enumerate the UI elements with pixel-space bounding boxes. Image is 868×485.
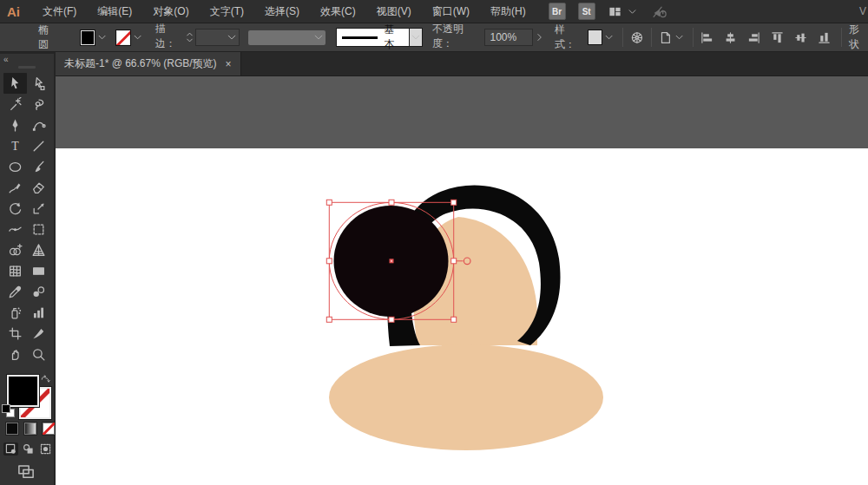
document-tab-strip: 未标题-1* @ 66.67% (RGB/预览) ×	[56, 52, 868, 76]
stroke-weight-dropdown[interactable]	[195, 29, 239, 46]
fill-proxy-swatch[interactable]	[7, 375, 39, 407]
pen-tool[interactable]	[3, 115, 27, 135]
pen-tool-icon	[8, 118, 23, 133]
shaper-tool[interactable]	[3, 177, 27, 198]
canvas-area[interactable]	[56, 76, 868, 485]
column-graph-tool-icon	[31, 305, 46, 320]
selection-handle[interactable]	[451, 200, 457, 205]
none-button[interactable]	[42, 422, 56, 436]
type-tool[interactable]: T	[3, 135, 27, 156]
draw-inside-button[interactable]	[38, 442, 53, 456]
change-screen-mode-icon[interactable]	[16, 462, 36, 479]
fill-color-swatch[interactable]	[80, 29, 95, 46]
stroke-chevron-icon[interactable]	[133, 32, 142, 43]
blend-tool[interactable]	[27, 281, 50, 302]
gradient-tool[interactable]	[27, 260, 50, 281]
perspective-grid-tool[interactable]	[27, 239, 50, 260]
menu-item-6[interactable]: 效果(C)	[310, 0, 366, 23]
draw-behind-button[interactable]	[21, 442, 36, 456]
document-setup-icon[interactable]	[659, 30, 673, 45]
width-tool[interactable]	[3, 219, 27, 239]
shape-builder-tool[interactable]	[3, 239, 27, 260]
vertical-align-top-icon[interactable]	[771, 31, 784, 44]
eyedropper-tool[interactable]	[3, 281, 27, 302]
gradient-button[interactable]	[23, 422, 37, 436]
horizontal-align-right-icon[interactable]	[747, 31, 760, 44]
bridge-button[interactable]: Br	[549, 3, 566, 20]
ellipse-tool[interactable]	[3, 156, 27, 177]
selection-handle[interactable]	[451, 317, 457, 322]
type-tool-icon: T	[8, 139, 23, 154]
free-transform-tool[interactable]	[27, 219, 50, 239]
lasso-tool[interactable]	[27, 94, 50, 115]
mesh-tool[interactable]	[3, 260, 27, 281]
tab-close-icon[interactable]: ×	[226, 58, 232, 70]
menu-item-5[interactable]: 选择(S)	[254, 0, 310, 23]
opacity-label[interactable]: 不透明度：	[432, 22, 481, 53]
vertical-align-center-icon[interactable]	[794, 31, 807, 44]
menu-item-9[interactable]: 帮助(H)	[480, 0, 536, 23]
selection-handle[interactable]	[326, 317, 332, 322]
artboard-canvas[interactable]	[56, 76, 868, 485]
magic-wand-tool-icon	[8, 97, 23, 112]
opacity-chevron-icon	[535, 32, 545, 42]
magic-wand-tool[interactable]	[3, 94, 27, 115]
control-bar: 椭圆 描边： 基本 不透明度： 100% 样式： 形状	[0, 23, 868, 52]
default-fill-stroke-icon[interactable]	[2, 404, 13, 416]
stroke-weight-label[interactable]: 描边：	[155, 22, 185, 53]
direct-selection-tool[interactable]	[27, 73, 50, 94]
stroke-color-swatch[interactable]	[115, 29, 131, 46]
opacity-chevron-icon[interactable]	[535, 32, 545, 42]
scale-tool-icon	[31, 201, 46, 216]
menu-item-7[interactable]: 视图(V)	[366, 0, 422, 23]
rotate-tool[interactable]	[3, 198, 27, 219]
document-tab[interactable]: 未标题-1* @ 66.67% (RGB/预览) ×	[56, 52, 241, 75]
share-muted-icon[interactable]	[651, 4, 668, 19]
profile-chevron-button[interactable]	[410, 28, 423, 47]
shape-builder-tool-icon	[8, 243, 23, 258]
menu-item-3[interactable]: 对象(O)	[142, 0, 199, 23]
workspace-chevron-icon	[628, 7, 637, 16]
panel-grip[interactable]	[18, 66, 36, 69]
menu-item-4[interactable]: 文字(T)	[200, 0, 254, 23]
style-chevron-icon[interactable]	[604, 32, 614, 43]
selection-handle[interactable]	[389, 317, 394, 322]
draw-normal-button[interactable]	[3, 442, 18, 456]
slice-tool[interactable]	[27, 323, 50, 344]
selection-handle[interactable]	[326, 259, 332, 264]
menu-item-2[interactable]: 编辑(E)	[87, 0, 142, 23]
column-graph-tool[interactable]	[27, 302, 50, 323]
eraser-tool[interactable]	[27, 177, 50, 198]
variable-width-profile[interactable]: 基本	[336, 28, 410, 47]
curvature-tool[interactable]	[27, 115, 50, 135]
paintbrush-tool[interactable]	[27, 156, 50, 177]
scale-tool[interactable]	[27, 198, 50, 219]
selection-handle[interactable]	[451, 259, 457, 264]
graphic-style-swatch[interactable]	[588, 29, 602, 45]
selection-handle[interactable]	[389, 200, 394, 205]
active-tool-label: 椭圆	[38, 23, 57, 52]
hand-tool[interactable]	[3, 344, 27, 364]
fill-chevron-icon[interactable]	[97, 32, 107, 43]
workspace-switcher[interactable]	[608, 5, 637, 18]
swap-fill-stroke-icon[interactable]	[40, 373, 50, 383]
line-segment-tool[interactable]	[27, 135, 50, 156]
horizontal-align-left-icon[interactable]	[700, 31, 713, 44]
shoulders-shape[interactable]	[329, 344, 603, 450]
selection-tool[interactable]	[3, 73, 27, 94]
stock-button[interactable]: St	[578, 3, 595, 20]
opacity-field[interactable]: 100%	[484, 29, 533, 46]
horizontal-align-center-icon[interactable]	[724, 31, 737, 44]
svg-text:T: T	[11, 140, 19, 153]
stroke-weight-stepper[interactable]	[186, 29, 194, 45]
artboard-tool[interactable]	[3, 323, 27, 344]
selection-handle[interactable]	[326, 200, 332, 205]
vertical-align-bottom-icon[interactable]	[818, 31, 831, 44]
menu-item-1[interactable]: 文件(F)	[32, 0, 87, 23]
color-button[interactable]	[5, 422, 19, 436]
symbol-sprayer-tool[interactable]	[3, 302, 27, 323]
zoom-tool[interactable]	[27, 344, 50, 364]
recolor-artwork-icon[interactable]	[630, 30, 644, 45]
menu-item-8[interactable]: 窗口(W)	[422, 0, 480, 23]
panel-collapse-icon[interactable]: «	[3, 55, 10, 64]
